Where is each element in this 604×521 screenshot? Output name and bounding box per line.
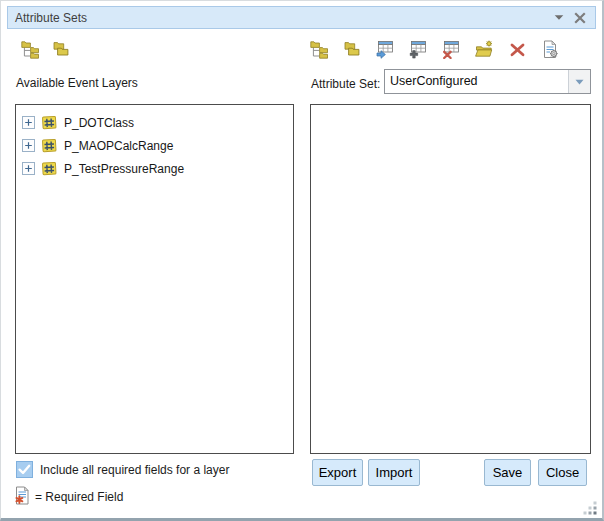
title-bar-controls (554, 12, 595, 24)
tree-item-label[interactable]: P_TestPressureRange (64, 162, 184, 176)
import-button[interactable]: Import (368, 459, 420, 486)
required-field-icon (14, 486, 31, 505)
collapse-all-icon[interactable] (52, 40, 71, 59)
expand-all-icon[interactable] (21, 40, 40, 59)
chevron-down-icon (575, 79, 584, 85)
add-table-icon[interactable] (409, 40, 428, 59)
include-required-fields-label: Include all required fields for a layer (40, 463, 229, 477)
resize-grip[interactable] (583, 501, 597, 515)
attribute-set-toolbar (310, 40, 560, 59)
close-button[interactable]: Close (538, 459, 587, 486)
export-button[interactable]: Export (312, 459, 363, 486)
tree-item-p-testpressurerange[interactable]: P_TestPressureRange (16, 157, 293, 180)
tree-item-p-dotclass[interactable]: P_DOTClass (16, 111, 293, 134)
tree-item-label[interactable]: P_MAOPCalcRange (64, 139, 173, 153)
expand-plus-icon[interactable] (22, 162, 35, 175)
tree-item-label[interactable]: P_DOTClass (64, 116, 134, 130)
required-field-legend: = Required Field (35, 490, 123, 504)
close-icon[interactable] (574, 12, 586, 24)
collapse-arrow-icon[interactable] (554, 14, 564, 21)
attribute-set-label: Attribute Set: (311, 77, 380, 91)
window-title: Attribute Sets (8, 11, 554, 25)
attribute-set-combobox[interactable]: UserConfigured (384, 69, 591, 94)
attribute-set-value[interactable]: UserConfigured (385, 70, 568, 93)
title-bar: Attribute Sets (7, 6, 596, 29)
expand-all-icon[interactable] (310, 40, 329, 59)
delete-attribute-set-icon[interactable] (508, 40, 527, 59)
event-layer-icon (41, 114, 58, 131)
event-layer-icon (41, 160, 58, 177)
collapse-all-icon[interactable] (343, 40, 362, 59)
attribute-set-fields-panel[interactable] (310, 104, 591, 454)
remove-table-icon[interactable] (442, 40, 461, 59)
combo-dropdown-button[interactable] (568, 70, 590, 93)
attribute-set-properties-icon[interactable] (541, 40, 560, 59)
export-table-icon[interactable] (376, 40, 395, 59)
include-required-fields-checkbox[interactable] (16, 461, 33, 478)
event-layer-icon (41, 137, 58, 154)
new-attribute-set-icon[interactable] (475, 40, 494, 59)
available-event-layers-label: Available Event Layers (16, 76, 138, 90)
layers-toolbar (21, 40, 71, 59)
attribute-sets-dialog: Attribute Sets (0, 0, 604, 521)
save-button[interactable]: Save (484, 459, 531, 486)
expand-plus-icon[interactable] (22, 116, 35, 129)
expand-plus-icon[interactable] (22, 139, 35, 152)
tree-item-p-maopcalcrange[interactable]: P_MAOPCalcRange (16, 134, 293, 157)
available-event-layers-panel[interactable]: P_DOTClass P_MAOPCalcRange (15, 104, 294, 454)
